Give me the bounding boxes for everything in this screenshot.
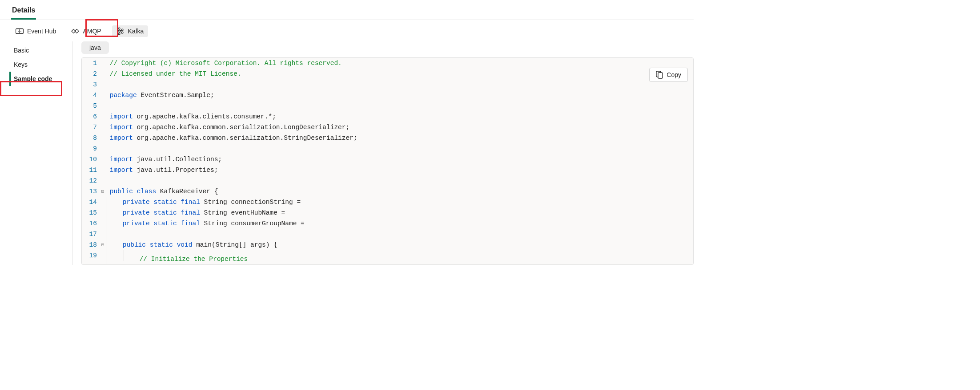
protocol-eventhub[interactable]: Event Hub [11,25,60,37]
svg-point-4 [118,30,120,32]
protocol-row: Event Hub AMQP [11,25,694,37]
svg-point-7 [121,32,123,33]
code-panel: Copy 1 // Copyright (c) Microsoft Corpor… [81,57,694,265]
svg-point-5 [118,33,120,35]
code-area[interactable]: 1 // Copyright (c) Microsoft Corporation… [82,58,693,264]
tab-details[interactable]: Details [11,4,36,20]
protocol-kafka-label: Kafka [128,28,144,35]
sidebar: Basic Keys Sample code [11,41,71,265]
eventhub-icon [16,27,24,35]
protocol-amqp[interactable]: AMQP [67,25,105,37]
language-pill-java[interactable]: java [81,41,109,54]
svg-point-6 [121,29,123,31]
protocol-kafka[interactable]: Kafka [112,25,149,37]
amqp-icon [71,27,79,35]
protocol-amqp-label: AMQP [83,28,101,35]
svg-rect-9 [658,73,663,78]
sidebar-item-basic[interactable]: Basic [9,43,71,57]
svg-point-3 [118,28,120,29]
copy-button-label: Copy [667,71,681,78]
kafka-icon [116,27,125,35]
protocol-eventhub-label: Event Hub [27,28,56,35]
divider [0,20,694,20]
sidebar-item-keys[interactable]: Keys [9,57,71,72]
svg-point-2 [20,31,21,32]
copy-icon [656,71,663,79]
svg-point-1 [18,31,19,32]
sidebar-item-sample-code[interactable]: Sample code [9,72,71,86]
copy-button[interactable]: Copy [649,68,688,82]
